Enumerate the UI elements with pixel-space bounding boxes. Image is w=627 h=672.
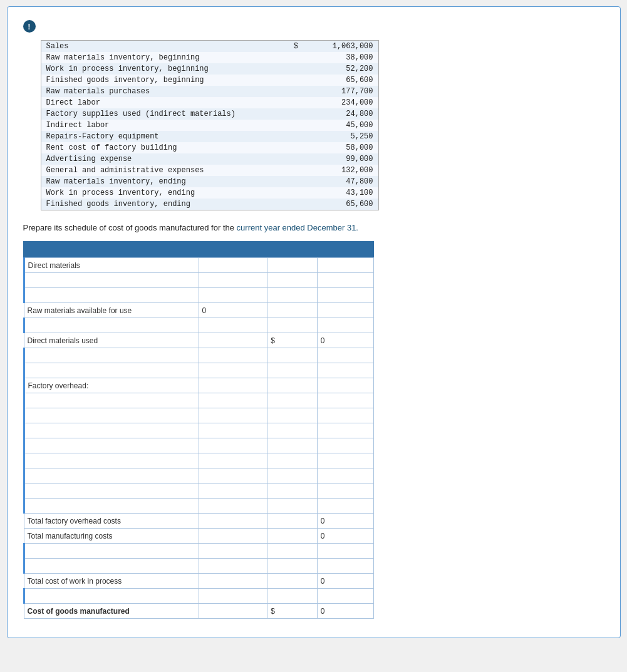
schedule-input[interactable] <box>321 562 370 571</box>
schedule-input[interactable] <box>321 442 370 450</box>
schedule-input[interactable] <box>202 381 264 390</box>
schedule-col1[interactable] <box>199 589 267 604</box>
schedule-input[interactable] <box>321 592 370 601</box>
schedule-col1[interactable] <box>199 468 267 483</box>
schedule-input[interactable] <box>271 366 314 375</box>
schedule-input[interactable] <box>321 457 370 465</box>
schedule-row-label <box>24 544 199 559</box>
balance-row: Raw materials inventory, beginning 38,00… <box>41 52 378 63</box>
schedule-input[interactable] <box>321 261 370 270</box>
schedule-input[interactable] <box>202 517 264 525</box>
schedule-input[interactable] <box>271 381 314 390</box>
schedule-input[interactable] <box>271 547 314 556</box>
schedule-input[interactable] <box>271 291 314 300</box>
dollar-sign: $ <box>289 41 303 53</box>
schedule-input[interactable] <box>202 562 264 571</box>
schedule-input[interactable] <box>202 261 264 270</box>
schedule-row-label <box>24 559 199 574</box>
schedule-input[interactable] <box>321 321 370 330</box>
account-amount: 47,800 <box>303 176 378 187</box>
schedule-input[interactable] <box>271 306 314 315</box>
schedule-input[interactable] <box>202 396 264 405</box>
schedule-col2 <box>267 303 318 318</box>
schedule-input[interactable] <box>271 502 314 510</box>
schedule-col1[interactable] <box>199 363 267 378</box>
schedule-input[interactable] <box>271 562 314 571</box>
schedule-input[interactable] <box>202 607 264 616</box>
schedule-input[interactable] <box>271 472 314 480</box>
schedule-input[interactable] <box>202 411 264 420</box>
schedule-input[interactable] <box>271 457 314 465</box>
schedule-input[interactable] <box>271 276 314 285</box>
schedule-col1[interactable] <box>199 408 267 423</box>
schedule-input[interactable] <box>271 351 314 360</box>
schedule-input[interactable] <box>321 487 370 495</box>
schedule-col1[interactable] <box>199 318 267 333</box>
schedule-col1[interactable] <box>199 559 267 574</box>
schedule-col1[interactable] <box>199 423 267 438</box>
schedule-input[interactable] <box>271 396 314 405</box>
schedule-input[interactable] <box>202 487 264 495</box>
schedule-col1[interactable] <box>199 483 267 499</box>
dollar-sign <box>289 120 303 131</box>
schedule-col1[interactable] <box>199 378 267 393</box>
schedule-input[interactable] <box>321 381 370 390</box>
schedule-input[interactable] <box>321 351 370 360</box>
schedule-input[interactable] <box>202 276 264 285</box>
schedule-input[interactable] <box>202 547 264 556</box>
schedule-input[interactable] <box>271 442 314 450</box>
schedule-row: Direct materials used $ 0 <box>24 333 373 348</box>
account-amount: 38,000 <box>303 52 378 63</box>
schedule-col1[interactable] <box>199 453 267 468</box>
schedule-input[interactable] <box>321 291 370 300</box>
schedule-input[interactable] <box>271 426 314 435</box>
schedule-input[interactable] <box>202 351 264 360</box>
schedule-col1[interactable] <box>199 499 267 514</box>
schedule-input[interactable] <box>202 457 264 465</box>
schedule-input[interactable] <box>202 291 264 300</box>
schedule-row: Total cost of work in process 0 <box>24 574 373 589</box>
account-amount: 65,600 <box>303 199 378 210</box>
dollar-sign <box>289 86 303 97</box>
schedule-col1[interactable] <box>199 393 267 408</box>
schedule-input[interactable] <box>202 592 264 601</box>
schedule-col1[interactable] <box>199 438 267 453</box>
page-container: ! Sales $ 1,063,000 Raw materials invent… <box>7 6 621 638</box>
schedule-row <box>24 348 373 363</box>
schedule-input[interactable] <box>321 276 370 285</box>
schedule-input[interactable] <box>271 321 314 330</box>
schedule-input[interactable] <box>202 532 264 540</box>
schedule-input[interactable] <box>321 396 370 405</box>
schedule-input[interactable] <box>271 261 314 270</box>
schedule-input[interactable] <box>202 472 264 480</box>
schedule-col1[interactable] <box>199 544 267 559</box>
schedule-input[interactable] <box>202 336 264 345</box>
schedule-input[interactable] <box>321 502 370 510</box>
schedule-input[interactable] <box>321 411 370 420</box>
schedule-col1[interactable] <box>199 258 267 273</box>
account-label: Indirect labor <box>41 120 289 131</box>
schedule-input[interactable] <box>271 592 314 601</box>
schedule-input[interactable] <box>321 366 370 375</box>
schedule-input[interactable] <box>271 487 314 495</box>
schedule-col1[interactable] <box>199 348 267 363</box>
account-amount: 43,100 <box>303 187 378 199</box>
schedule-col1[interactable] <box>199 288 267 303</box>
schedule-input[interactable] <box>321 472 370 480</box>
schedule-input[interactable] <box>202 502 264 510</box>
schedule-input[interactable] <box>271 411 314 420</box>
schedule-input[interactable] <box>202 426 264 435</box>
schedule-input[interactable] <box>271 517 314 525</box>
schedule-input[interactable] <box>202 366 264 375</box>
schedule-input[interactable] <box>202 577 264 586</box>
schedule-row-label <box>24 423 199 438</box>
schedule-input[interactable] <box>271 532 314 540</box>
total-value: 0 <box>321 517 325 525</box>
schedule-input[interactable] <box>321 426 370 435</box>
schedule-col1[interactable] <box>199 273 267 288</box>
schedule-row-label: Raw materials available for use <box>24 303 199 318</box>
schedule-input[interactable] <box>271 577 314 586</box>
schedule-input[interactable] <box>202 321 264 330</box>
schedule-input[interactable] <box>321 547 370 556</box>
schedule-input[interactable] <box>202 442 264 450</box>
